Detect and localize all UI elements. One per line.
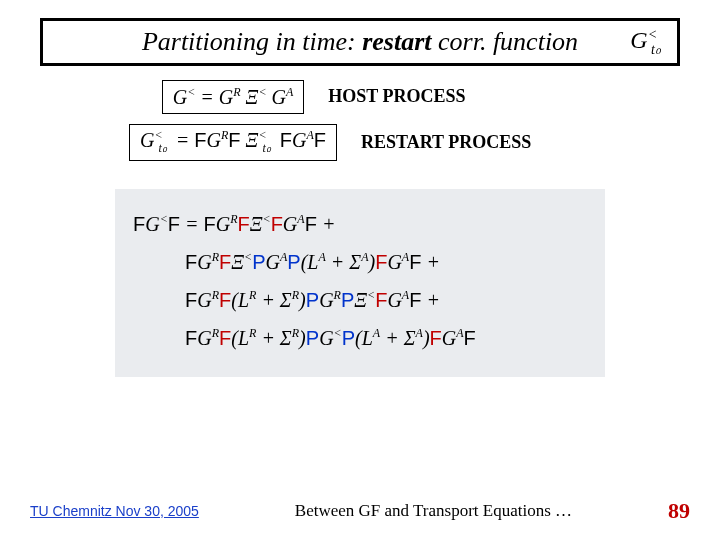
l1h: F bbox=[271, 213, 283, 235]
l3i: F bbox=[375, 289, 387, 311]
title-corner-sup: < bbox=[648, 27, 657, 42]
slide-footer: TU Chemnitz Nov 30, 2005 Between GF and … bbox=[0, 498, 720, 524]
l1p: + bbox=[317, 213, 336, 235]
title-suffix: corr. function bbox=[432, 27, 579, 56]
title-corner-symbol: G<t₀ bbox=[630, 27, 667, 58]
l2g: P bbox=[287, 251, 300, 273]
l4a: F bbox=[185, 327, 197, 349]
l4c: F bbox=[219, 327, 231, 349]
l4k: F bbox=[464, 327, 476, 349]
eq-line-2: FGRFΞ<PGAP(LA + ΣA)FGAF + bbox=[133, 243, 587, 281]
footer-center: Between GF and Transport Equations … bbox=[199, 501, 668, 521]
footer-left: TU Chemnitz Nov 30, 2005 bbox=[30, 503, 199, 519]
title-prefix: Partitioning in time: bbox=[142, 27, 362, 56]
title-corner-sub: t₀ bbox=[651, 42, 661, 57]
host-equation-row: G< = GR Ξ< GA HOST PROCESS bbox=[0, 80, 720, 114]
l2e: P bbox=[252, 251, 265, 273]
restart-equation-row: G<t₀ = FGRF Ξ<t₀ FGAF RESTART PROCESS bbox=[0, 124, 720, 162]
restart-equation-box: G<t₀ = FGRF Ξ<t₀ FGAF bbox=[129, 124, 337, 162]
l3e: P bbox=[306, 289, 319, 311]
l1j1: F bbox=[168, 213, 180, 235]
l1c: = bbox=[185, 213, 204, 235]
l2a: F bbox=[185, 251, 197, 273]
title-corner-g: G bbox=[630, 27, 647, 53]
host-label: HOST PROCESS bbox=[328, 86, 558, 107]
l1f: F bbox=[238, 213, 250, 235]
main-equation-block: FG<F = FGRFΞ<FGAF + FGRFΞ<PGAP(LA + ΣA)F… bbox=[115, 189, 605, 377]
l2c: F bbox=[219, 251, 231, 273]
l4i: F bbox=[430, 327, 442, 349]
l3a: F bbox=[185, 289, 197, 311]
page-number: 89 bbox=[668, 498, 690, 524]
l1j: F bbox=[305, 213, 317, 235]
eq-line-4: FGRF(LR + ΣR)PG<P(LA + ΣA)FGAF bbox=[133, 319, 587, 357]
l2p: + bbox=[421, 251, 440, 273]
l3g: P bbox=[341, 289, 354, 311]
eq-line-3: FGRF(LR + ΣR)PGRPΞ<FGAF + bbox=[133, 281, 587, 319]
l3p: + bbox=[421, 289, 440, 311]
host-equation-box: G< = GR Ξ< GA bbox=[162, 80, 305, 114]
l4g: P bbox=[342, 327, 355, 349]
l2i: F bbox=[375, 251, 387, 273]
l4e: P bbox=[306, 327, 319, 349]
restart-equation: G<t₀ = FGRF Ξ<t₀ FGAF bbox=[140, 129, 326, 151]
eq-line-1: FG<F = FGRFΞ<FGAF + bbox=[133, 205, 587, 243]
l1a: F bbox=[133, 213, 145, 235]
l3k: F bbox=[409, 289, 421, 311]
l1d: F bbox=[204, 213, 216, 235]
title-bold: restart bbox=[362, 27, 431, 56]
l2k: F bbox=[409, 251, 421, 273]
slide-title-box: Partitioning in time: restart corr. func… bbox=[40, 18, 680, 66]
restart-label: RESTART PROCESS bbox=[361, 132, 591, 153]
l3c: F bbox=[219, 289, 231, 311]
host-equation: G< = GR Ξ< GA bbox=[173, 86, 294, 108]
